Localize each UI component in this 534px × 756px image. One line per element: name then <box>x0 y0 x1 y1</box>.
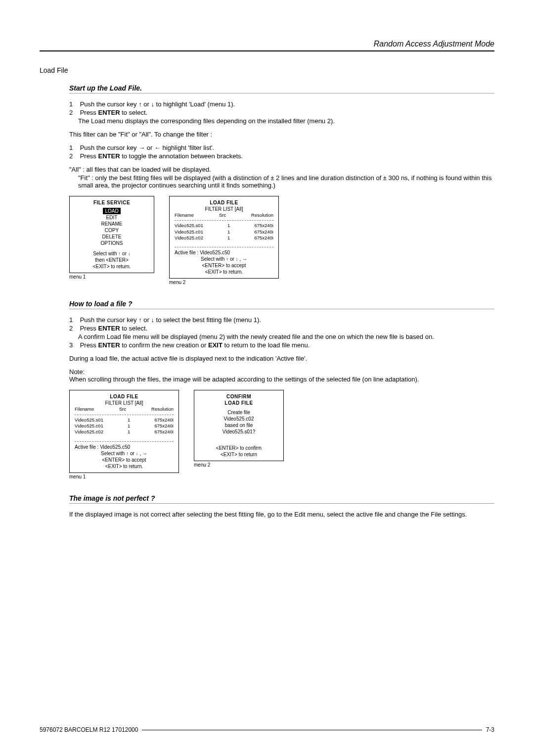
cell: 675x240i <box>254 235 273 241</box>
step-num: 3 <box>69 341 78 349</box>
text-bold: ENTER <box>98 152 120 160</box>
section-title: Load File <box>40 66 494 74</box>
menu-item: COPY <box>75 227 149 234</box>
page-footer: 5976072 BARCOELM R12 17012000 7-3 <box>40 726 494 733</box>
cell: 1 <box>128 429 130 435</box>
cell: Video525.c02 <box>75 429 103 435</box>
file-service-menu: FILE SERVICE LOAD EDIT RENAME COPY DELET… <box>69 196 154 273</box>
text: to highlight 'Load' (menu 1). <box>154 100 235 108</box>
text-bold: ENTER <box>98 341 120 349</box>
load-file-menu-2: LOAD FILE FILTER LIST [All] FilenameSrcR… <box>69 390 179 472</box>
menu-hint: Select with ↑ or ↓ , → <box>75 450 174 457</box>
cell: 1 <box>227 235 230 241</box>
text: to toggle the annotation between bracket… <box>120 152 243 160</box>
footer-right: 7-3 <box>486 726 494 733</box>
menu-col: FILE SERVICE LOAD EDIT RENAME COPY DELET… <box>69 196 154 285</box>
menu-line: Video525.c02 <box>199 416 278 422</box>
subsection-start-up: Start up the Load File. 1 Push the curso… <box>69 84 494 285</box>
text: or <box>142 100 151 108</box>
menu-item: OPTIONS <box>75 240 149 246</box>
cell: Video525.s01 <box>175 223 203 229</box>
step-line: 2 Press ENTER to select. <box>69 325 494 332</box>
sub-title-3: The image is not perfect ? <box>69 494 494 504</box>
paragraph: "All" : all files that can be loaded wil… <box>69 166 494 173</box>
menu-hint: <ENTER> to accept <box>175 262 273 269</box>
step-line: 3 Press ENTER to confirm the new creatio… <box>69 341 494 349</box>
text: Press <box>80 109 98 116</box>
menu-title: LOAD FILE <box>75 393 174 400</box>
menu-row: LOAD FILE FILTER LIST [All] FilenameSrcR… <box>69 390 494 479</box>
text-bold: ENTER <box>98 325 120 332</box>
paragraph: "Fit" : only the best fitting files will… <box>78 174 494 189</box>
cell: Video525.s01 <box>75 417 103 423</box>
note-title: Note: <box>69 368 494 376</box>
menu-hint: Select with ↑ or ↓ , → <box>175 256 273 262</box>
menu-col: LOAD FILE FILTER LIST [All] FilenameSrcR… <box>169 196 279 285</box>
step-line: 1 Push the cursor key ↑ or ↓ to select t… <box>69 316 494 324</box>
step-line: 1 Push the cursor key → or ← highlight '… <box>69 144 494 151</box>
text: Press <box>80 152 98 160</box>
step-line: 1 Push the cursor key ↑ or ↓ to highligh… <box>69 100 494 108</box>
menu-hint: Select with ↑ or ↓ <box>75 250 149 257</box>
step-num: 2 <box>69 152 78 160</box>
confirm-menu: CONFIRM LOAD FILE Create file Video525.c… <box>194 390 284 461</box>
text: Push the cursor key <box>80 316 139 324</box>
menu-col: LOAD FILE FILTER LIST [All] FilenameSrcR… <box>69 390 179 479</box>
footer-rule <box>142 730 482 730</box>
paragraph: During a load file, the actual active fi… <box>69 355 494 362</box>
active-file: Active file : Video525.c50 <box>175 249 273 256</box>
menu-item: RENAME <box>75 221 149 227</box>
cell: 675x240i <box>254 229 273 235</box>
menu-hint: <EXIT> to return <box>199 451 278 458</box>
cell: Video525.c01 <box>75 423 103 429</box>
cell: 675x240i <box>154 429 174 435</box>
menu-title: LOAD FILE <box>199 400 278 406</box>
step-num: 2 <box>69 325 78 332</box>
paragraph: This filter can be "Fit" or "All". To ch… <box>69 131 494 138</box>
menu-item: DELETE <box>75 234 149 240</box>
menu-title: LOAD FILE <box>175 199 273 206</box>
col-head: Src <box>219 212 226 218</box>
text-bold: EXIT <box>208 341 222 349</box>
menu-line: Create file <box>199 409 278 416</box>
cell: 675x240i <box>154 423 174 429</box>
arrow-left-icon: ← <box>154 144 161 151</box>
text: to select. <box>120 325 148 332</box>
menu-caption: menu 2 <box>169 280 279 285</box>
step-sub: The Load menu displays the corresponding… <box>78 117 494 125</box>
text-bold: ENTER <box>98 109 120 116</box>
menu-item-selected: LOAD <box>103 208 120 214</box>
menu-line: based on file <box>199 422 278 428</box>
arrow-right-icon: → <box>138 144 145 151</box>
menu-title: FILE SERVICE <box>75 199 149 206</box>
step-num: 1 <box>69 100 78 108</box>
menu-subtitle: FILTER LIST [All] <box>175 206 273 212</box>
menu-hint: <ENTER> to accept <box>75 457 174 463</box>
paragraph: If the displayed image is not correct af… <box>69 511 494 518</box>
text: or <box>142 316 151 324</box>
active-file: Active file : Video525.c50 <box>75 444 174 450</box>
cell: 1 <box>128 417 130 423</box>
col-head: Src <box>119 406 126 412</box>
step-sub: A confirm Load file menu will be display… <box>78 333 494 340</box>
menu-title: CONFIRM <box>199 393 278 400</box>
text: Push the cursor key <box>80 100 139 108</box>
menu-caption: menu 1 <box>69 474 179 479</box>
text: Press <box>80 325 98 332</box>
cell: Video525.c01 <box>175 229 203 235</box>
text: to select. <box>120 109 148 116</box>
step-num: 1 <box>69 144 78 151</box>
menu-hint: <EXIT> to return. <box>175 269 273 275</box>
text: Push the cursor key <box>80 144 139 151</box>
menu-line: Video525.s01? <box>199 428 278 435</box>
col-head: Resolution <box>251 212 273 218</box>
text: Press <box>80 341 98 349</box>
page-header: Random Access Adjustment Mode <box>40 40 494 51</box>
text: to confirm the new creation or <box>120 341 208 349</box>
menu-caption: menu 1 <box>69 274 154 280</box>
step-num: 2 <box>69 109 78 116</box>
subsection-how-to-load: How to load a file ? 1 Push the cursor k… <box>69 300 494 479</box>
menu-hint: <ENTER> to confirm <box>199 445 278 451</box>
subsection-image-not-perfect: The image is not perfect ? If the displa… <box>69 494 494 518</box>
col-head: Filename <box>75 406 94 412</box>
